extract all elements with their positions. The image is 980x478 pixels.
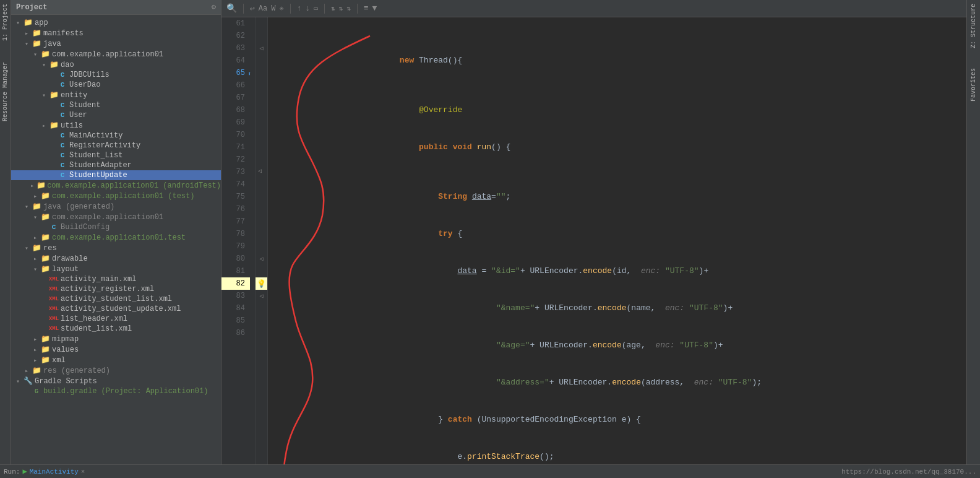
- tree-item-gradle-scripts[interactable]: ▾ 🔧 Gradle Scripts: [11, 376, 221, 386]
- tree-item-activity-register-xml[interactable]: XML activity_register.xml: [11, 284, 221, 294]
- folder-icon: 📁: [36, 181, 46, 190]
- filter-icon[interactable]: ▼: [372, 4, 377, 13]
- left-sidebar-tabs: 1: Project Resource Manager: [0, 0, 11, 478]
- tree-item-androidtest[interactable]: ▸ 📁 com.example.application01 (androidTe…: [11, 180, 221, 191]
- tree-item-jdbcutils[interactable]: C JDBCUtils: [11, 70, 221, 80]
- tree-item-utils[interactable]: ▸ 📁 utils: [11, 120, 221, 131]
- tree-item-list-header-xml[interactable]: XML list_header.xml: [11, 314, 221, 324]
- folder-icon: 📁: [40, 233, 51, 242]
- arrow-icon: ▾: [31, 214, 40, 221]
- project-tab[interactable]: 1: Project: [1, 0, 10, 45]
- tree-item-mipmap[interactable]: ▸ 📁 mipmap: [11, 334, 221, 344]
- tree-item-java-generated[interactable]: ▾ 📁 java (generated): [11, 201, 221, 212]
- line-num-78: 78: [221, 228, 250, 240]
- gutter-line-62: [256, 30, 267, 42]
- gutter-line-84: [256, 302, 267, 315]
- line-num-73: 73: [221, 166, 250, 178]
- tree-label: com.example.application01.test: [52, 233, 186, 242]
- close-tab-icon[interactable]: ×: [81, 468, 85, 476]
- project-panel-header: Project ⚙: [11, 0, 221, 15]
- tree-item-manifests[interactable]: ▸ 📁 manifests: [11, 28, 221, 38]
- gutter-line-85: [256, 315, 267, 327]
- tree-item-activity-main-xml[interactable]: XML activity_main.xml: [11, 274, 221, 284]
- class-icon: C: [57, 162, 68, 169]
- sort2-icon[interactable]: ⇅: [339, 4, 343, 12]
- tree-item-build-gradle[interactable]: G build.gradle (Project: Application01): [11, 386, 221, 396]
- word-icon[interactable]: W: [271, 4, 275, 13]
- class-icon: C: [57, 172, 68, 179]
- up-icon[interactable]: ↑: [297, 4, 302, 13]
- back-icon[interactable]: ↩: [250, 4, 255, 14]
- sort-icon[interactable]: ⇅: [331, 4, 335, 12]
- tree-label: drawable: [52, 254, 88, 263]
- tree-item-registeractivity[interactable]: C RegisterActivity: [11, 141, 221, 150]
- tree-item-activity-student-update-xml[interactable]: XML activity_student_update.xml: [11, 304, 221, 314]
- folder-icon: 📁: [40, 254, 51, 263]
- code-line-66: public void run() {: [274, 129, 966, 166]
- line-num-71: 71: [221, 141, 250, 154]
- tree-item-dao[interactable]: ▾ 📁 dao: [11, 59, 221, 70]
- gutter-line-79: [256, 240, 267, 253]
- tree-item-java[interactable]: ▾ 📁 java: [11, 38, 221, 49]
- tree-item-userdao[interactable]: C UserDao: [11, 80, 221, 90]
- list-icon[interactable]: ≡: [364, 4, 369, 13]
- code-line-69: try {: [274, 215, 966, 253]
- tree-item-mainactivity[interactable]: C MainActivity: [11, 131, 221, 141]
- sort3-icon[interactable]: ⇅: [346, 4, 351, 12]
- tree-label: mipmap: [52, 335, 79, 344]
- down-icon[interactable]: ↓: [305, 4, 310, 13]
- gutter-line-76: [256, 203, 267, 215]
- tree-item-student-list-xml[interactable]: XML student_list.xml: [11, 324, 221, 334]
- tree-item-package-test[interactable]: ▸ 📁 com.example.application01.test: [11, 232, 221, 243]
- line-num-85: 85: [221, 315, 250, 327]
- structure-tab[interactable]: Z: Structure: [969, 0, 978, 52]
- folder-icon: 📁: [22, 18, 33, 27]
- tree-item-xml-folder[interactable]: ▸ 📁 xml: [11, 355, 221, 365]
- line-num-83: 83: [221, 290, 250, 302]
- line-num-66: 66: [221, 79, 250, 92]
- tree-item-package-generated[interactable]: ▾ 📁 com.example.application01: [11, 212, 221, 222]
- tree-item-studentupdate[interactable]: C StudentUpdate: [11, 170, 221, 180]
- tree-item-test[interactable]: ▸ 📁 com.example.application01 (test): [11, 191, 221, 201]
- run-filename[interactable]: MainActivity: [30, 468, 79, 476]
- search-icon[interactable]: 🔍: [226, 3, 237, 14]
- tree-item-res[interactable]: ▾ 📁 res: [11, 243, 221, 253]
- tree-item-entity[interactable]: ▾ 📁 entity: [11, 90, 221, 100]
- arrow-icon: ▸: [28, 182, 36, 189]
- folder-icon: 📁: [40, 191, 51, 201]
- folder-icon: 📁: [31, 366, 42, 375]
- tree-item-package[interactable]: ▾ 📁 com.example.application01: [11, 49, 221, 59]
- tree-item-values[interactable]: ▸ 📁 values: [11, 344, 221, 355]
- tree-item-student[interactable]: C Student: [11, 100, 221, 110]
- code-line-72: "&age="+ URLEncoder.encode(age, enc: "UT…: [274, 327, 966, 364]
- regex-icon[interactable]: ✳: [279, 4, 283, 13]
- folder-icon: 📁: [40, 334, 51, 344]
- tree-label: Gradle Scripts: [35, 377, 97, 386]
- code-content[interactable]: new Thread(){ @Override public void run(…: [268, 17, 966, 478]
- tree-item-drawable[interactable]: ▸ 📁 drawable: [11, 253, 221, 264]
- tree-item-res-generated[interactable]: ▸ 📁 res (generated): [11, 365, 221, 376]
- gutter-line-69: [256, 116, 267, 129]
- class-icon: C: [57, 132, 68, 139]
- xml-icon: XML: [48, 276, 59, 282]
- match-case-icon[interactable]: Aa: [259, 4, 267, 13]
- tree-item-activity-student-list-xml[interactable]: XML activity_student_list.xml: [11, 294, 221, 304]
- tree-item-user[interactable]: C User: [11, 110, 221, 120]
- line-num-61: 61: [221, 17, 250, 30]
- tree-item-studentlist[interactable]: C Student_List: [11, 150, 221, 160]
- tree-item-studentadapter[interactable]: C StudentAdapter: [11, 160, 221, 170]
- tree-item-buildconfig[interactable]: C BuildConfig: [11, 222, 221, 232]
- folder-icon: 📁: [40, 212, 51, 222]
- project-tree: ▾ 📁 app ▸ 📁 manifests ▾ 📁 java ▾: [11, 15, 221, 478]
- line-num-67: 67: [221, 92, 250, 104]
- status-url: https://blog.csdn.net/qq_38170...: [841, 468, 976, 476]
- tree-label: com.example.application01: [52, 50, 163, 59]
- tree-item-app[interactable]: ▾ 📁 app: [11, 17, 221, 28]
- tree-label: layout: [52, 265, 79, 274]
- resource-manager-tab[interactable]: Resource Manager: [0, 57, 11, 126]
- expand-icon[interactable]: ▭: [314, 4, 318, 12]
- gutter-line-67: [256, 92, 267, 104]
- tree-item-layout[interactable]: ▾ 📁 layout: [11, 264, 221, 274]
- favorites-tab[interactable]: Favorites: [969, 64, 978, 105]
- gear-icon[interactable]: ⚙: [212, 2, 216, 12]
